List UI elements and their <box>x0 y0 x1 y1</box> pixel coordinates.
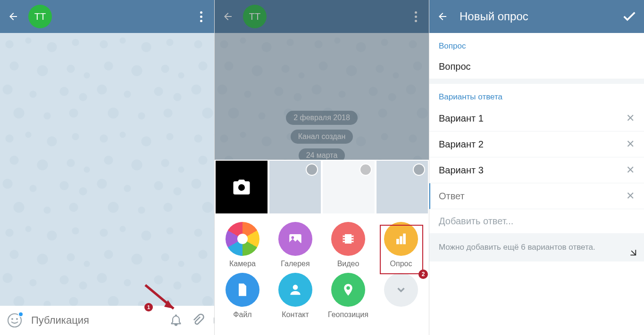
appbar: Новый опрос <box>429 0 644 33</box>
option-input[interactable] <box>439 191 626 202</box>
contact-icon <box>278 273 312 307</box>
page-title: Новый опрос <box>460 10 528 23</box>
attach-label <box>400 310 402 319</box>
thumbnail-item[interactable] <box>323 161 375 213</box>
chat-content: 2 февраля 2018 Канал создан 24 марта The… <box>215 66 429 165</box>
svg-rect-21 <box>403 234 406 245</box>
confirm-icon[interactable] <box>621 8 637 25</box>
emoji-icon[interactable] <box>7 312 23 328</box>
options-section-label: Варианты ответа <box>429 84 644 106</box>
message-input-bar <box>0 306 214 335</box>
attach-label: Геопозиция <box>328 310 368 319</box>
hint-text: Можно добавить ещё 6 вариантов ответа. <box>439 243 595 252</box>
chat-screen-empty: TT 1 <box>0 0 215 335</box>
attach-poll[interactable]: Опрос <box>376 222 426 268</box>
back-icon[interactable] <box>436 10 449 23</box>
notifications-icon[interactable] <box>169 313 183 327</box>
attach-label: Опрос <box>390 260 412 268</box>
option-row[interactable]: Вариант 2 ✕ <box>429 131 644 157</box>
remove-option-icon[interactable]: ✕ <box>626 112 635 124</box>
avatar[interactable]: TT <box>243 5 267 28</box>
option-row[interactable]: Вариант 1 ✕ <box>429 106 644 131</box>
options-hint: Можно добавить ещё 6 вариантов ответа. <box>429 233 644 261</box>
add-option-text: Добавить ответ... <box>439 216 635 227</box>
attach-label: Контакт <box>282 310 309 319</box>
attachment-sheet: Камера Галерея Видео Опрос <box>215 160 429 335</box>
svg-rect-13 <box>343 236 345 237</box>
divider <box>429 79 644 84</box>
svg-rect-16 <box>351 236 353 237</box>
svg-rect-14 <box>343 238 345 240</box>
attach-label: Камера <box>229 260 256 268</box>
attach-video[interactable]: Видео <box>323 222 373 268</box>
option-text: Вариант 3 <box>439 165 626 176</box>
poll-create-screen: Новый опрос Вопрос Вопрос Варианты ответ… <box>429 0 644 335</box>
option-row[interactable]: Вариант 3 ✕ <box>429 157 644 183</box>
avatar[interactable]: TT <box>28 5 52 28</box>
remove-option-icon[interactable]: ✕ <box>626 190 635 202</box>
system-pill: Канал создан <box>291 130 353 144</box>
location-icon <box>331 273 365 307</box>
thumbnail-item[interactable] <box>269 161 321 213</box>
chevron-down-icon <box>384 273 418 307</box>
back-icon[interactable] <box>7 10 20 23</box>
more-menu-icon[interactable] <box>194 10 208 23</box>
question-value: Вопрос <box>439 61 635 72</box>
option-text: Вариант 2 <box>439 139 626 150</box>
attach-geo[interactable]: Геопозиция <box>323 273 373 319</box>
poll-form: Вопрос Вопрос Варианты ответа Вариант 1 … <box>429 33 644 335</box>
chat-background <box>0 33 214 335</box>
appbar: TT <box>215 0 429 33</box>
option-text: Вариант 1 <box>439 113 626 124</box>
remove-option-icon[interactable]: ✕ <box>626 138 635 150</box>
attach-label: Файл <box>233 310 251 319</box>
poll-icon <box>384 222 418 256</box>
add-option-row[interactable]: Добавить ответ... <box>429 209 644 233</box>
chat-screen-attach-sheet: TT 2 февраля 2018 Канал создан 24 марта … <box>215 0 429 335</box>
question-section-label: Вопрос <box>429 33 644 55</box>
attachment-grid: Камера Галерея Видео Опрос <box>215 214 429 327</box>
gallery-icon <box>278 222 312 256</box>
more-menu-icon[interactable] <box>409 10 422 23</box>
attach-more[interactable] <box>376 273 426 319</box>
svg-rect-17 <box>351 238 353 240</box>
question-field[interactable]: Вопрос <box>429 55 644 79</box>
svg-point-9 <box>292 236 294 239</box>
svg-rect-19 <box>396 239 399 244</box>
remove-option-icon[interactable]: ✕ <box>626 164 635 176</box>
annotation-badge-2: 2 <box>418 270 428 279</box>
expand-icon[interactable] <box>627 246 637 257</box>
appbar: TT <box>0 0 214 33</box>
attach-contact[interactable]: Контакт <box>270 273 320 319</box>
date-pill: 2 февраля 2018 <box>286 111 358 125</box>
file-icon <box>226 273 259 307</box>
attach-gallery[interactable]: Галерея <box>270 222 320 268</box>
attach-camera[interactable]: Камера <box>217 222 268 268</box>
attach-icon[interactable] <box>191 313 204 327</box>
svg-rect-20 <box>400 236 402 244</box>
option-input-row[interactable]: ✕ <box>429 183 644 209</box>
svg-point-22 <box>293 285 298 290</box>
attach-file[interactable]: Файл <box>217 273 268 319</box>
annotation-badge-1: 1 <box>144 303 153 311</box>
message-input[interactable] <box>31 314 161 327</box>
photo-thumbnails <box>215 160 429 214</box>
thumbnail-item[interactable] <box>376 161 428 213</box>
svg-point-1 <box>11 318 13 320</box>
video-icon <box>331 222 365 256</box>
attach-label: Видео <box>337 260 360 268</box>
svg-point-7 <box>238 184 245 191</box>
svg-point-2 <box>16 318 18 320</box>
camera-icon <box>226 222 259 256</box>
back-icon[interactable] <box>221 10 234 23</box>
svg-rect-15 <box>343 241 345 242</box>
svg-rect-18 <box>351 241 353 242</box>
thumbnail-camera[interactable] <box>216 161 268 213</box>
attach-label: Галерея <box>281 260 309 268</box>
svg-point-23 <box>346 286 350 290</box>
